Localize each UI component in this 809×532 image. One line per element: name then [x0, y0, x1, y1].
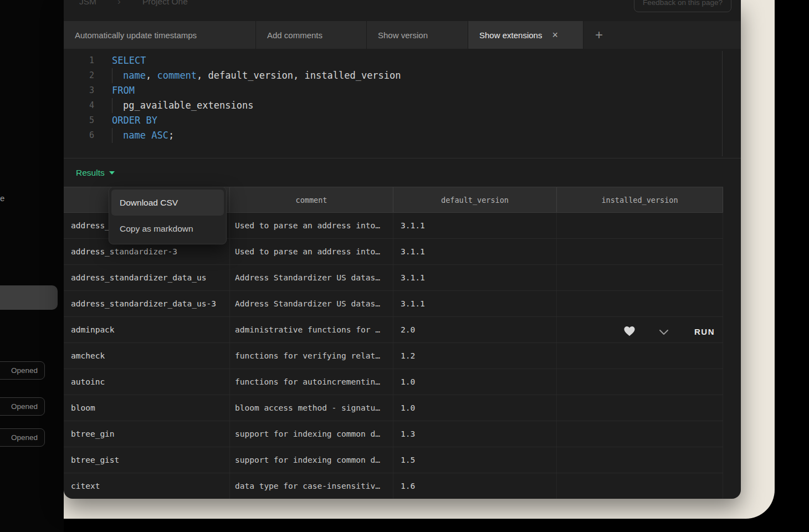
table-cell: Used to parse an address into… — [230, 213, 393, 238]
new-tab-icon[interactable]: + — [595, 27, 603, 43]
table-cell: adminpack — [64, 317, 230, 342]
breadcrumb-chevron-icon: › — [117, 0, 121, 7]
menu-item-copy-as-markdown[interactable]: Copy as markdown — [111, 216, 224, 242]
code-token: ASC — [151, 130, 168, 141]
tab-add-comments[interactable]: Add comments — [256, 21, 367, 49]
close-tab-icon[interactable]: × — [552, 30, 558, 40]
table-cell: citext — [64, 473, 230, 499]
tab-show-version[interactable]: Show version — [367, 21, 468, 49]
table-row[interactable]: address_standardizer_data_us-3Address St… — [64, 291, 723, 317]
table-cell — [557, 421, 723, 447]
table-row[interactable]: btree_ginsupport for indexing common d…1… — [64, 421, 723, 447]
table-cell — [557, 213, 723, 238]
table-cell: functions for verifying relat… — [230, 343, 393, 369]
code-line: 4pg_available_extensions — [64, 98, 741, 113]
table-row[interactable]: adminpackadministrative functions for …2… — [64, 317, 723, 343]
table-cell — [557, 473, 723, 499]
results-label: Results — [76, 168, 105, 178]
background-left-sidebar: e OpenedOpenedOpened — [0, 0, 64, 532]
tab-label: Show version — [378, 30, 428, 40]
table-cell: Address Standardizer US datas… — [230, 265, 393, 290]
indent-guide — [112, 128, 123, 143]
sql-editor[interactable]: 1SELECT2name, comment, default_version, … — [64, 49, 741, 158]
editor-scrollbar[interactable] — [722, 51, 723, 156]
table-cell: 1.3 — [393, 421, 557, 447]
table-cell: 1.2 — [393, 343, 557, 369]
table-row[interactable]: bloombloom access method - signatu…1.0 — [64, 395, 723, 421]
column-header-installed-version[interactable]: installed_version — [557, 187, 723, 212]
line-number: 1 — [64, 53, 94, 68]
cropped-text-fragment: e — [0, 193, 4, 203]
tab-label: Show extensions — [479, 30, 542, 40]
table-cell: administrative functions for … — [230, 317, 393, 342]
table-cell: support for indexing common d… — [230, 447, 393, 473]
code-token: FROM — [112, 85, 135, 96]
table-row[interactable]: address_standardizer_data_usAddress Stan… — [64, 265, 723, 291]
table-cell: amcheck — [64, 343, 230, 369]
table-cell: 1.0 — [393, 395, 557, 421]
code-line: 2name, comment, default_version, install… — [64, 68, 741, 83]
tab-show-extensions[interactable]: Show extensions× — [468, 21, 583, 49]
results-table-body: address_standardizerUsed to parse an add… — [64, 213, 723, 499]
column-header-comment[interactable]: comment — [230, 187, 393, 212]
table-cell: 3.1.1 — [393, 239, 557, 264]
table-cell — [557, 239, 723, 264]
breadcrumb-project[interactable]: Project One — [142, 0, 188, 7]
code-token: comment — [157, 70, 197, 81]
table-cell: btree_gin — [64, 421, 230, 447]
table-row[interactable]: citextdata type for case-insensitiv…1.6 — [64, 473, 723, 499]
table-cell: 3.1.1 — [393, 265, 557, 290]
table-cell: support for indexing common d… — [230, 421, 393, 447]
tab-bar: Automatically update timestampsAdd comme… — [64, 21, 741, 49]
opened-badge: Opened — [0, 428, 45, 447]
table-row[interactable]: amcheckfunctions for verifying relat…1.2 — [64, 343, 723, 369]
feedback-button[interactable]: Feedback on this page? — [634, 0, 731, 12]
code-text: SELECT — [112, 53, 146, 68]
code-token: name — [123, 70, 146, 81]
code-text: ORDER BY — [112, 113, 157, 128]
line-number: 3 — [64, 83, 94, 98]
feedback-button-label: Feedback on this page? — [643, 0, 723, 7]
table-cell: address_standardizer_data_us — [64, 265, 230, 290]
opened-badge-label: Opened — [11, 402, 38, 411]
tab-label: Automatically update timestamps — [75, 30, 197, 40]
table-cell: Address Standardizer US datas… — [230, 291, 393, 316]
table-cell — [557, 369, 723, 395]
table-cell: data type for case-insensitiv… — [230, 473, 393, 499]
code-line: 5ORDER BY — [64, 113, 741, 128]
table-cell — [557, 291, 723, 316]
breadcrumb-org[interactable]: JSM — [79, 0, 96, 7]
line-number: 4 — [64, 98, 94, 113]
tab-label: Add comments — [267, 30, 322, 40]
code-line: 3FROM — [64, 83, 741, 98]
code-text: pg_available_extensions — [112, 98, 253, 113]
table-cell: bloom — [64, 395, 230, 421]
table-cell — [557, 265, 723, 290]
line-number: 6 — [64, 128, 94, 143]
code-token: name — [123, 130, 146, 141]
table-cell — [557, 447, 723, 473]
menu-item-download-csv[interactable]: Download CSV — [111, 190, 224, 216]
code-token: ; — [168, 130, 174, 141]
table-row[interactable]: autoincfunctions for autoincrementin…1.0 — [64, 369, 723, 395]
code-token — [146, 130, 151, 141]
code-text: FROM — [112, 83, 135, 98]
line-number: 2 — [64, 68, 94, 83]
table-cell: 3.1.1 — [393, 213, 557, 238]
code-token: pg_available_extensions — [123, 100, 253, 111]
code-line: 1SELECT — [64, 53, 741, 68]
table-row[interactable]: btree_gistsupport for indexing common d…… — [64, 447, 723, 473]
table-cell: functions for autoincrementin… — [230, 369, 393, 395]
table-cell — [557, 317, 723, 342]
opened-badge-label: Opened — [11, 433, 38, 442]
tab-automatically-update-timestamps[interactable]: Automatically update timestamps — [64, 21, 256, 49]
opened-badge: Opened — [0, 397, 45, 416]
background-highlighted-row — [0, 285, 58, 310]
caret-down-icon — [109, 171, 115, 175]
indent-guide — [112, 68, 123, 83]
code-text: name, comment, default_version, installe… — [112, 68, 401, 83]
results-context-menu: Download CSVCopy as markdown — [109, 187, 227, 244]
column-header-default-version[interactable]: default_version — [393, 187, 557, 212]
code-line: 6name ASC; — [64, 128, 741, 143]
results-dropdown[interactable]: Results — [76, 158, 115, 187]
